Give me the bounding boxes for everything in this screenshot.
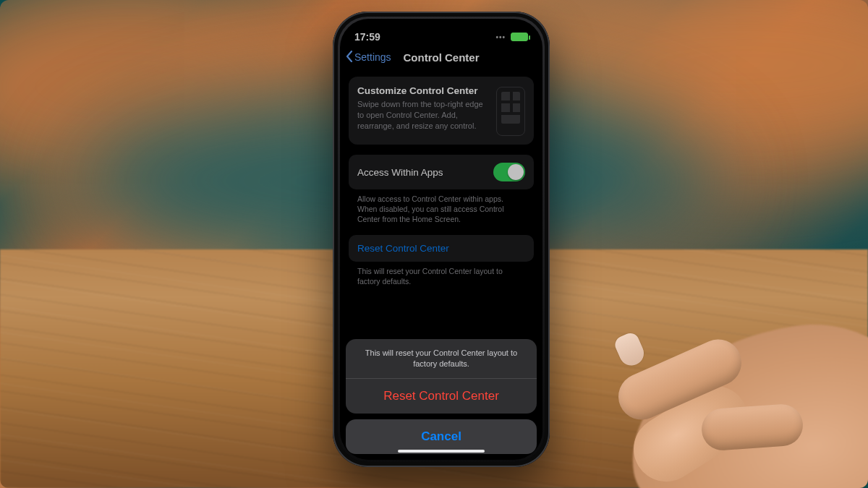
action-sheet: This will reset your Control Center layo… — [346, 339, 537, 454]
action-sheet-message: This will reset your Control Center layo… — [346, 339, 537, 379]
home-indicator[interactable] — [398, 450, 485, 453]
cancel-button[interactable]: Cancel — [346, 419, 537, 454]
iphone-screen: 17:59 ••• Settings Control Center Custom… — [340, 19, 542, 460]
notch — [391, 19, 492, 38]
iphone-device-frame: 17:59 ••• Settings Control Center Custom… — [333, 12, 550, 467]
reset-control-center-button[interactable]: Reset Control Center — [346, 379, 537, 414]
